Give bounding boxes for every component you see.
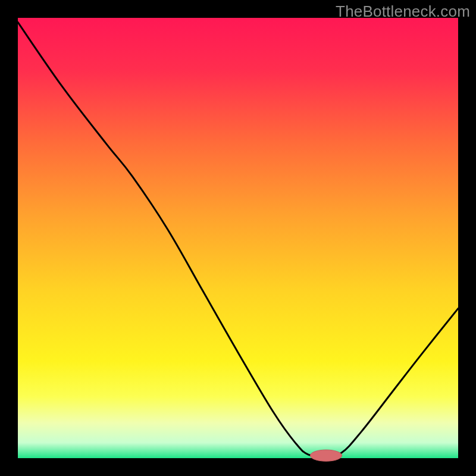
watermark-text: TheBottleneck.com xyxy=(336,2,470,21)
chart-frame: { "watermark": "TheBottleneck.com", "col… xyxy=(0,0,476,476)
optimal-marker xyxy=(310,450,342,461)
bottleneck-chart xyxy=(0,0,476,476)
